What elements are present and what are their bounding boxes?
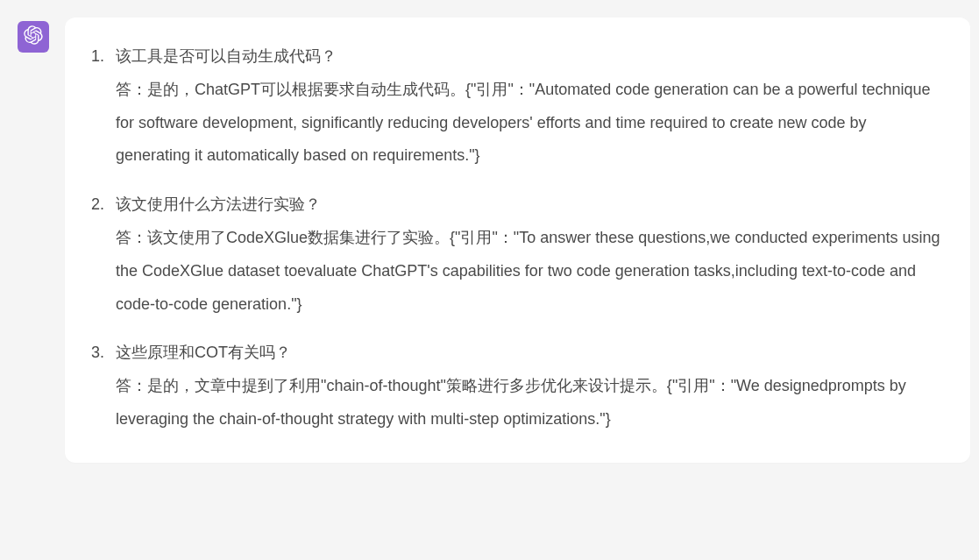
question-text: 该文使用什么方法进行实验？	[116, 188, 944, 222]
list-item: 该工具是否可以自动生成代码？ 答：是的，ChatGPT可以根据要求自动生成代码。…	[91, 40, 944, 173]
list-item: 该文使用什么方法进行实验？ 答：该文使用了CodeXGlue数据集进行了实验。{…	[91, 188, 944, 321]
assistant-avatar	[18, 21, 49, 53]
question-text: 这些原理和COT有关吗？	[116, 337, 944, 370]
assistant-message-card: 该工具是否可以自动生成代码？ 答：是的，ChatGPT可以根据要求自动生成代码。…	[65, 18, 970, 463]
answer-text: 答：是的，ChatGPT可以根据要求自动生成代码。{"引用"："Automate…	[116, 74, 944, 173]
list-item: 这些原理和COT有关吗？ 答：是的，文章中提到了利用"chain-of-thou…	[91, 337, 944, 436]
openai-logo-icon	[24, 25, 43, 48]
chat-message: 该工具是否可以自动生成代码？ 答：是的，ChatGPT可以根据要求自动生成代码。…	[0, 0, 979, 480]
answer-text: 答：是的，文章中提到了利用"chain-of-thought"策略进行多步优化来…	[116, 370, 944, 436]
answer-list: 该工具是否可以自动生成代码？ 答：是的，ChatGPT可以根据要求自动生成代码。…	[91, 40, 944, 436]
question-text: 该工具是否可以自动生成代码？	[116, 40, 944, 74]
answer-text: 答：该文使用了CodeXGlue数据集进行了实验。{"引用"："To answe…	[116, 222, 944, 321]
